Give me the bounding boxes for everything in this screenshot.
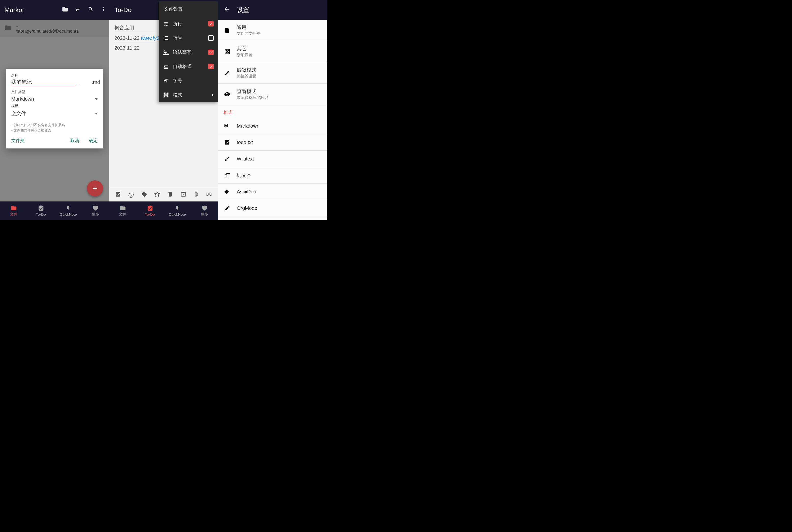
checkbox-checked-icon [208,50,214,55]
format-markdown[interactable]: M↓ Markdown [218,118,327,134]
lineno-icon [163,35,169,41]
checkbox-unchecked-icon [208,35,214,41]
nav-files[interactable]: 文件 [0,202,27,220]
nav-quicknote[interactable]: QuickNote [164,202,191,220]
svg-point-4 [228,50,228,51]
settings-view[interactable]: 查看模式 显示转换后的标记 [218,84,327,105]
nav-todo[interactable]: To-Do [27,202,55,220]
fontsize-icon [163,78,169,84]
ok-button[interactable]: 确定 [89,138,98,144]
template-label: 模板 [11,104,98,108]
back-icon[interactable] [223,6,230,14]
cancel-button[interactable]: 取消 [70,138,79,144]
settings-list: 通用 文件与文件夹 其它 杂项设置 编辑模式 编辑器设置 查看模式 显示转换后的… [218,20,327,216]
format-orgmode[interactable]: OrgMode [218,200,327,216]
section-format: 格式 [218,105,327,118]
name-input[interactable] [11,78,76,87]
clipboard-check-icon [223,139,231,146]
nav-more[interactable]: 更多 [191,202,218,220]
menu-autoformat[interactable]: 自动格式 [159,59,218,74]
highlight-icon [163,49,169,55]
menu-format[interactable]: 格式 [159,88,218,102]
svg-point-6 [226,52,227,53]
template-select[interactable]: 空文件 [11,108,98,119]
nav-quicknote[interactable]: QuickNote [55,202,82,220]
format-asciidoc[interactable]: AsciiDoc [218,184,327,200]
panel-files: Markor .. /storage/emulated/0/Documents … [0,0,109,220]
checkbox-icon[interactable] [115,191,121,198]
link-text: www.fy6l [141,35,160,41]
eye-icon [223,91,231,98]
chevron-right-icon [212,94,214,96]
bottom-nav: 文件 To-Do QuickNote 更多 [109,202,218,220]
autoformat-icon [163,63,169,70]
format-plaintext[interactable]: 纯文本 [218,167,327,184]
bottom-nav: 文件 To-Do QuickNote 更多 [0,202,109,220]
menu-fontsize[interactable]: 字号 [159,74,218,88]
file-icon [223,26,231,34]
fab-add[interactable] [87,180,103,196]
settings-edit[interactable]: 编辑模式 编辑器设置 [218,62,327,84]
page-title: 设置 [237,6,250,14]
type-label: 文件类型 [11,90,98,94]
delete-icon[interactable] [167,191,173,198]
chevron-down-icon [95,113,98,115]
pencil-icon [223,69,231,77]
svg-point-3 [226,50,227,51]
header-bar: 设置 [218,0,327,20]
svg-point-5 [227,51,228,52]
more-icon[interactable] [101,6,107,13]
sort-icon[interactable] [75,6,81,13]
ext-input[interactable] [79,78,100,87]
keyboard-icon[interactable] [206,191,212,198]
page-title: To-Do [114,6,131,14]
checkbox-checked-icon [208,21,214,26]
menu-syntax[interactable]: 语法高亮 [159,45,218,59]
dialog-hints: - 创建文件夹时不会含有文件扩展名 - 文件和文件夹不会被覆盖 [11,122,98,133]
text-icon [223,172,231,179]
star-icon[interactable] [154,191,160,198]
browser-icon[interactable] [181,191,186,198]
asciidoc-icon [223,188,231,195]
at-icon[interactable]: @ [128,191,134,198]
menu-lineno[interactable]: 行号 [159,31,218,45]
wrap-icon [163,21,169,27]
settings-general[interactable]: 通用 文件与文件夹 [218,20,327,41]
format-todotxt[interactable]: todo.txt [218,134,327,151]
nav-more[interactable]: 更多 [82,202,109,220]
markdown-icon: M↓ [223,122,231,130]
svg-point-7 [228,52,228,53]
search-icon[interactable] [88,6,94,13]
settings-other[interactable]: 其它 杂项设置 [218,41,327,62]
type-select[interactable]: Markdown [11,94,98,104]
name-label: 名称 [11,74,98,78]
pen-icon [223,204,231,212]
checkbox-checked-icon [208,64,214,69]
format-wikitext[interactable]: Wikitext [218,151,327,167]
header-bar: Markor [0,0,109,20]
format-icon [163,92,169,98]
panel-todo: To-Do 枫音应用 2023-11-22 www.fy6l 2023-11-2… [109,0,218,220]
brush-icon [223,155,231,163]
app-title: Markor [4,6,24,14]
attach-icon[interactable] [194,191,199,198]
folder-icon[interactable] [62,6,68,14]
svg-rect-1 [181,192,186,196]
tag-icon[interactable] [141,191,147,198]
panel-settings: 设置 通用 文件与文件夹 其它 杂项设置 编辑模式 编辑器设置 [218,0,327,220]
folder-button[interactable]: 文件夹 [11,138,24,144]
file-settings-menu: 文件设置 折行 行号 语法高亮 自动格式 字号 格式 [159,1,218,102]
dice-icon [223,48,231,55]
nav-files[interactable]: 文件 [109,202,136,220]
new-file-dialog: 名称 文件类型 Markdown 模板 空文件 - 创建文件夹时不会含有文件扩展… [6,69,103,149]
menu-header: 文件设置 [159,1,218,17]
menu-wrap[interactable]: 折行 [159,17,218,31]
chevron-down-icon [95,98,98,100]
header-actions [62,6,107,14]
nav-todo[interactable]: To-Do [136,202,164,220]
editor-toolbar: @ [109,188,218,202]
